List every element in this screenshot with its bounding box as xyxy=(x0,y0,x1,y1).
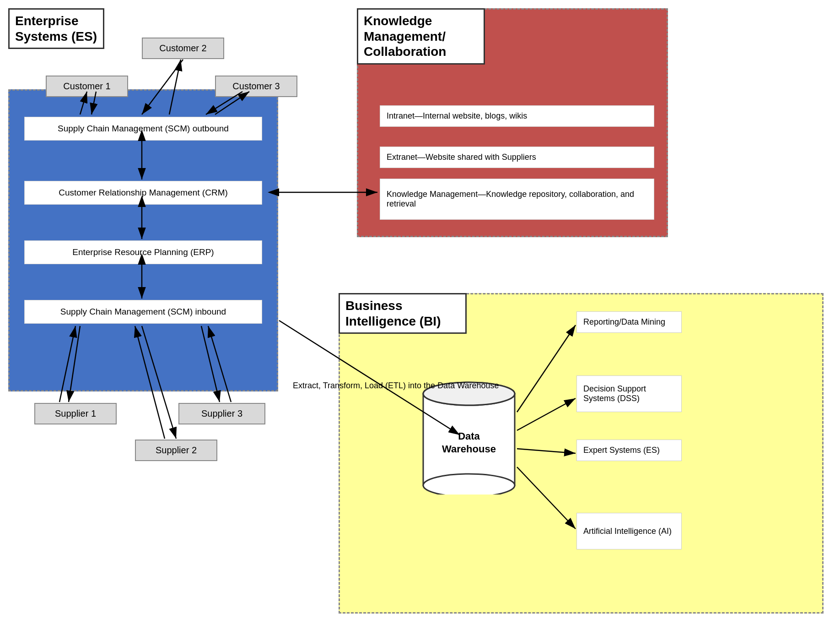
customer-1-box: Customer 1 xyxy=(46,76,128,97)
supplier-2-box: Supplier 2 xyxy=(135,440,217,461)
crm-label: Customer Relationship Management (CRM) xyxy=(59,188,228,197)
scm-inbound-box: Supply Chain Management (SCM) inbound xyxy=(24,300,262,324)
bi-item-4: Artificial Intelligence (AI) xyxy=(576,513,682,549)
bi-item-2: Decision Support Systems (DSS) xyxy=(576,375,682,412)
svg-point-1 xyxy=(423,474,515,495)
km-label-box: Knowledge Management/ Collaboration xyxy=(357,8,485,65)
customer-3-label: Customer 3 xyxy=(232,81,280,91)
supplier-2-label: Supplier 2 xyxy=(156,445,197,455)
customer-3-box: Customer 3 xyxy=(215,76,297,97)
es-title: Enterprise Systems (ES) xyxy=(15,13,97,44)
es-label-box: Enterprise Systems (ES) xyxy=(8,8,104,49)
erp-box: Enterprise Resource Planning (ERP) xyxy=(24,240,262,264)
supplier-1-box: Supplier 1 xyxy=(34,403,117,424)
km-title: Knowledge Management/ Collaboration xyxy=(364,13,478,60)
bi-item-3-label: Expert Systems (ES) xyxy=(583,446,660,455)
svg-text:Warehouse: Warehouse xyxy=(442,443,496,455)
supplier-3-box: Supplier 3 xyxy=(178,403,265,424)
scm-inbound-label: Supply Chain Management (SCM) inbound xyxy=(60,307,226,316)
bi-title: Business Intelligence (BI) xyxy=(345,298,460,329)
customer-2-box: Customer 2 xyxy=(142,38,224,59)
crm-box: Customer Relationship Management (CRM) xyxy=(24,181,262,205)
data-warehouse-cylinder: Data Warehouse xyxy=(421,375,517,495)
km-item-1: Intranet—Internal website, blogs, wikis xyxy=(380,105,654,127)
erp-label: Enterprise Resource Planning (ERP) xyxy=(72,247,214,257)
km-item-2-label: Extranet—Website shared with Suppliers xyxy=(387,152,536,162)
scm-outbound-label: Supply Chain Management (SCM) outbound xyxy=(58,124,229,133)
etl-label: Extract, Transform, Load (ETL) into the … xyxy=(293,380,499,391)
bi-item-4-label: Artificial Intelligence (AI) xyxy=(583,527,672,536)
diagram-container: Enterprise Systems (ES) Customer 1 Custo… xyxy=(0,0,840,625)
km-item-1-label: Intranet—Internal website, blogs, wikis xyxy=(387,111,527,120)
bi-item-3: Expert Systems (ES) xyxy=(576,440,682,461)
km-item-3-label: Knowledge Management—Knowledge repositor… xyxy=(387,190,647,209)
bi-item-2-label: Decision Support Systems (DSS) xyxy=(583,384,675,403)
supplier-1-label: Supplier 1 xyxy=(55,408,96,418)
bi-item-1: Reporting/Data Mining xyxy=(576,311,682,333)
scm-outbound-box: Supply Chain Management (SCM) outbound xyxy=(24,117,262,141)
supplier-3-label: Supplier 3 xyxy=(201,408,242,418)
customer-1-label: Customer 1 xyxy=(63,81,110,91)
customer-2-label: Customer 2 xyxy=(159,43,206,53)
bi-label-box: Business Intelligence (BI) xyxy=(339,293,467,334)
bi-item-1-label: Reporting/Data Mining xyxy=(583,317,665,326)
km-item-2: Extranet—Website shared with Suppliers xyxy=(380,147,654,168)
km-item-3: Knowledge Management—Knowledge repositor… xyxy=(380,179,654,220)
svg-text:Data: Data xyxy=(458,430,480,442)
etl-text: Extract, Transform, Load (ETL) into the … xyxy=(293,381,499,390)
